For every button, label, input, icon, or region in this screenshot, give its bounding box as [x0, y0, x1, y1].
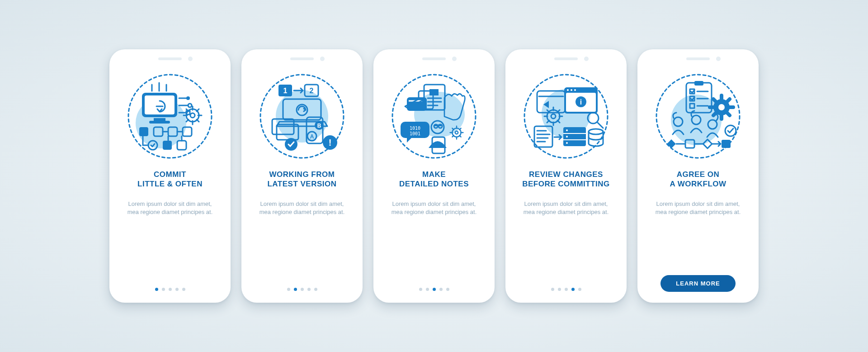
svg-point-69 [589, 129, 603, 134]
svg-rect-4 [154, 118, 165, 121]
svg-text:1001: 1001 [410, 131, 420, 136]
svg-rect-83 [667, 139, 676, 148]
onboarding-card: 1 2 A B ! WORKING FROM LATEST VERSION Lo… [241, 49, 363, 303]
svg-point-78 [718, 104, 725, 110]
svg-point-60 [574, 89, 576, 91]
card-title: MAKE DETAILED NOTES [399, 170, 469, 189]
svg-point-66 [566, 129, 568, 131]
svg-point-6 [186, 96, 190, 100]
card-body: Lorem ipsum dolor sit dim amet, mea regi… [257, 200, 347, 217]
learn-more-button[interactable]: LEARN MORE [660, 275, 735, 292]
svg-point-10 [190, 113, 195, 118]
review-changes-icon: i [521, 71, 611, 162]
svg-text:1010: 1010 [410, 126, 420, 131]
svg-rect-39 [429, 89, 439, 95]
svg-text:B: B [317, 123, 321, 129]
onboarding-row: COMMIT LITTLE & OFTEN Lorem ipsum dolor … [100, 31, 768, 321]
svg-text:1: 1 [283, 87, 288, 95]
svg-point-68 [566, 142, 568, 144]
svg-text:A: A [310, 133, 314, 140]
svg-text:2: 2 [310, 87, 314, 95]
card-title: WORKING FROM LATEST VERSION [267, 170, 336, 189]
card-title: REVIEW CHANGES BEFORE COMMITTING [522, 170, 610, 189]
svg-text:i: i [580, 98, 582, 106]
svg-point-58 [567, 89, 569, 91]
agree-workflow-icon [653, 71, 743, 162]
detailed-notes-icon: 1010 1001 [389, 71, 479, 162]
svg-text:!: ! [329, 138, 332, 147]
card-title: COMMIT LITTLE & OFTEN [137, 170, 203, 189]
onboarding-card: AGREE ON A WORKFLOW Lorem ipsum dolor si… [637, 49, 759, 303]
svg-rect-86 [722, 140, 731, 148]
page-dots[interactable] [287, 288, 317, 291]
svg-rect-73 [694, 81, 703, 86]
card-title: AGREE ON A WORKFLOW [670, 170, 726, 189]
page-dots[interactable] [551, 288, 581, 291]
onboarding-card: COMMIT LITTLE & OFTEN Lorem ipsum dolor … [109, 49, 231, 303]
page-dots[interactable] [419, 288, 449, 291]
card-body: Lorem ipsum dolor sit dim amet, mea regi… [521, 200, 611, 217]
onboarding-card: i REVIEW CHANGES BEFORE COMMITTIN [505, 49, 627, 303]
svg-point-7 [188, 104, 192, 107]
page-dots[interactable] [155, 288, 185, 291]
svg-point-67 [566, 136, 568, 138]
svg-rect-5 [149, 121, 170, 124]
svg-rect-16 [163, 141, 172, 150]
svg-point-50 [455, 131, 458, 134]
svg-rect-17 [177, 141, 186, 150]
card-body: Lorem ipsum dolor sit dim amet, mea regi… [653, 200, 743, 217]
onboarding-card: 1010 1001 MAKE DETAILED NOTES Lorem ipsu… [373, 49, 495, 303]
card-body: Lorem ipsum dolor sit dim amet, mea regi… [125, 200, 215, 217]
commit-often-icon [125, 71, 215, 162]
card-body: Lorem ipsum dolor sit dim amet, mea regi… [389, 200, 479, 217]
svg-point-59 [571, 89, 572, 91]
latest-version-icon: 1 2 A B ! [257, 71, 347, 162]
